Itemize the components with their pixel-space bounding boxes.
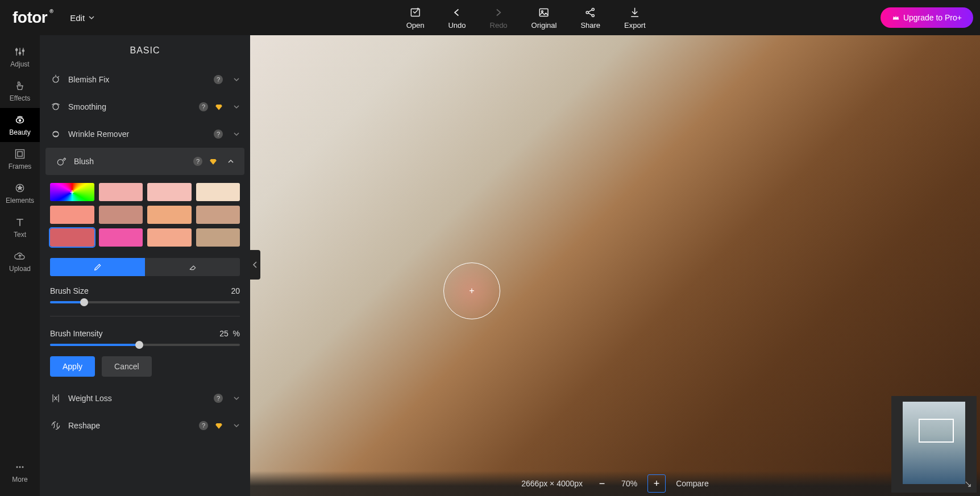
open-action[interactable]: Open (406, 6, 425, 30)
more-icon (14, 461, 26, 473)
svg-rect-1 (540, 9, 549, 16)
frames-icon (14, 148, 26, 160)
sidebar-label: Effects (10, 94, 30, 102)
panel-collapse-handle[interactable] (250, 250, 260, 280)
upgrade-label: Upgrade to Pro+ (903, 13, 962, 22)
swatch-color[interactable] (196, 206, 240, 224)
brush-draw-button[interactable] (50, 258, 145, 276)
undo-label: Undo (448, 21, 466, 30)
reshape-icon (50, 420, 61, 431)
tool-name: Smoothing (68, 102, 192, 111)
zoom-out-button[interactable]: − (593, 474, 611, 493)
undo-icon (451, 6, 463, 19)
original-action[interactable]: Original (531, 6, 557, 30)
upgrade-pro-button[interactable]: Upgrade to Pro+ (881, 7, 973, 28)
redo-label: Redo (490, 21, 508, 30)
sidebar-item-adjust[interactable]: Adjust (0, 40, 40, 74)
tool-blush[interactable]: Blush ? (45, 148, 244, 175)
chevron-down-icon (233, 395, 240, 402)
tool-smoothing[interactable]: Smoothing ? (40, 93, 250, 120)
swatch-color[interactable] (99, 206, 143, 224)
brush-cursor: + (443, 262, 500, 319)
swatch-color-selected[interactable] (50, 228, 94, 247)
sidebar-item-elements[interactable]: Elements (0, 176, 40, 210)
sidebar-item-effects[interactable]: Effects (0, 74, 40, 108)
brush-intensity-value: 25 % (219, 329, 240, 338)
export-action[interactable]: Export (624, 6, 646, 30)
help-icon[interactable]: ? (214, 75, 223, 84)
sidebar-item-frames[interactable]: Frames (0, 142, 40, 176)
svg-point-10 (19, 52, 20, 54)
export-icon (629, 6, 641, 19)
swatch-color[interactable] (50, 206, 94, 224)
minimap-expand-icon[interactable] (964, 480, 972, 488)
sidebar-label: Beauty (9, 128, 30, 136)
help-icon[interactable]: ? (214, 394, 223, 403)
tool-reshape[interactable]: Reshape ? (40, 412, 250, 439)
share-action[interactable]: Share (580, 6, 600, 30)
svg-point-21 (53, 104, 59, 110)
apply-button[interactable]: Apply (50, 356, 95, 377)
chevron-down-icon (233, 103, 240, 110)
swatch-color[interactable] (196, 228, 240, 247)
weight-loss-icon (50, 393, 61, 404)
swatch-color[interactable] (147, 228, 192, 247)
original-icon (538, 6, 550, 19)
chevron-down-icon (233, 131, 240, 137)
edit-menu[interactable]: Edit (70, 13, 95, 23)
blemish-fix-icon (50, 74, 61, 85)
blush-icon (56, 156, 67, 167)
svg-point-18 (19, 466, 21, 468)
help-icon[interactable]: ? (199, 421, 208, 430)
brush-mode-toggle (50, 258, 240, 276)
swatch-color[interactable] (147, 183, 192, 201)
action-buttons: Apply Cancel (50, 356, 240, 377)
canvas-image[interactable] (250, 35, 980, 496)
tool-wrinkle-remover[interactable]: Wrinkle Remover ? (40, 120, 250, 148)
crown-icon (892, 14, 900, 22)
tool-name: Reshape (68, 421, 192, 430)
share-icon (584, 6, 597, 19)
swatch-color[interactable] (196, 183, 240, 201)
eraser-icon (188, 262, 197, 272)
slider-thumb[interactable] (80, 298, 88, 306)
tool-weight-loss[interactable]: Weight Loss ? (40, 385, 250, 412)
pencil-icon (93, 262, 102, 272)
help-icon[interactable]: ? (214, 130, 223, 139)
slider-fill (50, 301, 84, 303)
slider-track[interactable] (50, 344, 240, 346)
compare-button[interactable]: Compare (676, 479, 709, 488)
sidebar-item-beauty[interactable]: Beauty (0, 108, 40, 142)
sidebar-item-upload[interactable]: Upload (0, 244, 40, 278)
undo-action[interactable]: Undo (448, 6, 466, 30)
brush-erase-button[interactable] (145, 258, 240, 276)
sidebar-item-more[interactable]: More (0, 455, 40, 489)
chevron-down-icon (88, 14, 95, 21)
swatch-custom-color[interactable]: + (50, 183, 94, 201)
minimap-image[interactable] (903, 402, 965, 484)
swatch-color[interactable] (147, 206, 192, 224)
smoothing-icon (50, 101, 61, 112)
upload-icon (14, 250, 26, 262)
cancel-button[interactable]: Cancel (102, 356, 152, 377)
brand-logo[interactable]: fotor® (13, 9, 47, 27)
swatch-color[interactable] (99, 183, 143, 201)
top-actions: Open Undo Redo Original Share Export (406, 6, 646, 30)
canvas-area[interactable]: + (250, 35, 980, 496)
slider-thumb[interactable] (135, 341, 143, 349)
minimap[interactable] (891, 396, 977, 493)
sidebar-item-text[interactable]: Text (0, 210, 40, 244)
sidebar-label: Frames (9, 162, 32, 170)
tool-blemish-fix[interactable]: Blemish Fix ? (40, 66, 250, 93)
minimap-viewport[interactable] (919, 419, 954, 443)
help-icon[interactable]: ? (199, 102, 208, 111)
slider-track[interactable] (50, 301, 240, 303)
chevron-down-icon (233, 76, 240, 83)
redo-icon (492, 6, 505, 19)
zoom-in-button[interactable]: + (647, 474, 666, 493)
help-icon[interactable]: ? (193, 157, 202, 166)
swatch-color[interactable] (99, 228, 143, 247)
text-icon (14, 216, 26, 228)
topbar: fotor® Edit Open Undo Redo Original Shar… (0, 0, 980, 35)
redo-action[interactable]: Redo (490, 6, 508, 30)
